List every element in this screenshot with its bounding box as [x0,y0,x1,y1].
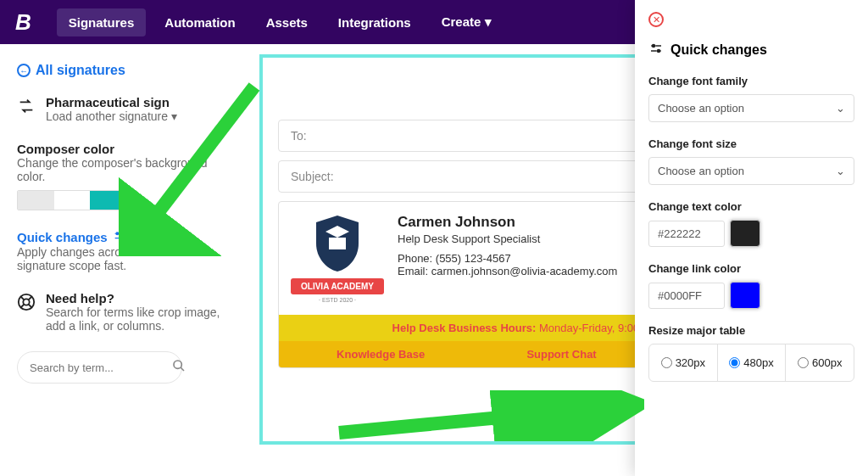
font-size-select[interactable]: Choose an option⌄ [648,157,854,185]
font-family-label: Change font family [648,75,854,87]
svg-point-3 [23,299,29,305]
contact-name: Carmen Johnson [398,214,617,231]
svg-point-1 [120,237,123,240]
quick-changes-panel: ✕ Quick changes Change font family Choos… [635,0,868,476]
chevron-down-icon: ⌄ [836,165,845,177]
text-color-label: Change text color [648,200,854,213]
link-support-chat[interactable]: Support Chat [526,348,596,361]
load-another-signature[interactable]: Load another signature ▾ [46,109,177,123]
quick-changes-sub: Apply changes across the entire signatur… [17,245,237,272]
contact-email: Email: carmen.johnson@olivia-academy.com [398,265,617,277]
sliders-icon [113,229,126,245]
nav-signatures[interactable]: Signatures [57,8,147,36]
nav-assets[interactable]: Assets [254,8,320,36]
resize-480[interactable]: 480px [718,344,787,381]
composer-color-title: Composer color [17,142,237,156]
contact-phone: Phone: (555) 123-4567 [398,252,617,265]
search-icon [172,359,186,376]
chevron-down-icon: ⌄ [836,102,845,115]
academy-logo: OLIVIA ACADEMY · ESTD 2020 · [291,214,384,303]
academy-est: · ESTD 2020 · [291,297,384,303]
link-color-label: Change link color [648,262,854,275]
nav-integrations[interactable]: Integrations [326,8,423,36]
link-color-input[interactable] [648,283,725,309]
back-label: All signatures [36,63,125,78]
help-search[interactable] [17,351,182,384]
app-logo[interactable]: B [15,9,31,36]
quick-changes-link[interactable]: Quick changes [17,229,126,245]
link-color-swatch[interactable] [730,282,760,309]
academy-name: OLIVIA ACADEMY [291,278,384,294]
back-all-signatures[interactable]: ← All signatures [17,63,237,78]
composer-color-sub: Change the composer's background color. [17,156,237,183]
nav-automation[interactable]: Automation [153,8,247,36]
quick-changes-label: Quick changes [17,230,108,244]
text-color-swatch[interactable] [730,220,760,247]
current-signature-name: Pharmaceutical sign [46,95,177,109]
text-color-input[interactable] [648,221,725,247]
need-help-title: Need help? [46,291,237,305]
svg-point-7 [657,49,661,53]
composer-color-picker[interactable] [17,190,127,210]
contact-role: Help Desk Support Specialist [398,232,617,245]
svg-rect-5 [329,238,346,249]
link-knowledge-base[interactable]: Knowledge Base [337,348,425,361]
font-size-label: Change font size [648,137,854,150]
font-family-select[interactable]: Choose an option⌄ [648,94,854,122]
sliders-icon [648,41,664,59]
svg-point-6 [652,44,656,48]
resize-600[interactable]: 600px [786,344,854,381]
swap-icon [17,97,36,115]
svg-point-0 [115,232,119,235]
resize-320[interactable]: 320px [649,344,718,381]
arrow-left-icon: ← [17,64,31,77]
nav-create[interactable]: Create ▾ [430,8,504,36]
need-help-sub: Search for terms like crop image, add a … [46,305,237,333]
help-search-input[interactable] [30,361,172,374]
close-panel-button[interactable]: ✕ [648,12,664,27]
panel-title: Quick changes [670,42,767,58]
life-ring-icon [17,293,36,311]
resize-table-label: Resize major table [648,324,854,337]
resize-table-group: 320px 480px 600px [648,344,854,382]
svg-point-4 [174,361,181,368]
